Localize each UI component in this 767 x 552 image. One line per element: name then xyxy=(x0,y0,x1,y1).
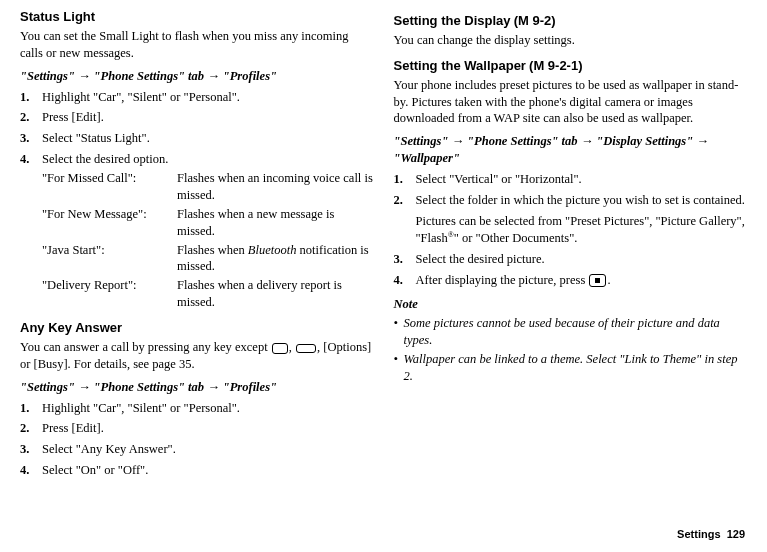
step-item: 1. Highlight "Car", "Silent" or "Persona… xyxy=(20,89,374,106)
option-row: "For Missed Call": Flashes when an incom… xyxy=(42,170,374,204)
bullet-icon: • xyxy=(394,351,404,385)
status-light-options: "For Missed Call": Flashes when an incom… xyxy=(42,170,374,311)
page-columns: Status Light You can set the Small Light… xyxy=(20,8,747,479)
step-number: 3. xyxy=(394,251,416,268)
step-text-prefix: After displaying the picture, press xyxy=(416,273,589,287)
option-desc: Flashes when an incoming voice call is m… xyxy=(177,170,374,204)
wallpaper-steps: 1. Select "Vertical" or "Horizontal". 2.… xyxy=(394,171,748,288)
step-text: Select the desired option. xyxy=(42,151,374,168)
display-heading-row: Setting the Display (M 9-2) xyxy=(394,12,748,30)
note-item: • Some pictures cannot be used because o… xyxy=(394,315,748,349)
step-text: Select the desired picture. xyxy=(416,251,748,268)
wallpaper-heading: Setting the Wallpaper xyxy=(394,58,526,73)
step-text: Select the folder in which the picture y… xyxy=(416,193,745,207)
any-key-path: "Settings" → "Phone Settings" tab → "Pro… xyxy=(20,379,374,396)
step-number: 1. xyxy=(20,89,42,106)
step-item: 1. Highlight "Car", "Silent" or "Persona… xyxy=(20,400,374,417)
any-key-heading-row: Any Key Answer xyxy=(20,319,374,337)
end-key-icon xyxy=(272,343,288,354)
step-number: 3. xyxy=(20,130,42,147)
note-heading: Note xyxy=(394,296,748,313)
option-desc-italic: Bluetooth xyxy=(248,243,297,257)
note-item: • Wallpaper can be linked to a theme. Se… xyxy=(394,351,748,385)
step-number: 3. xyxy=(20,441,42,458)
step-body: After displaying the picture, press . xyxy=(416,272,748,289)
step-item: 1. Select "Vertical" or "Horizontal". xyxy=(394,171,748,188)
status-light-intro: You can set the Small Light to flash whe… xyxy=(20,28,374,62)
any-key-intro-prefix: You can answer a call by pressing any ke… xyxy=(20,340,271,354)
any-key-intro: You can answer a call by pressing any ke… xyxy=(20,339,374,373)
bullet-icon: • xyxy=(394,315,404,349)
right-column: Setting the Display (M 9-2) You can chan… xyxy=(394,8,748,479)
note-text: Wallpaper can be linked to a theme. Sele… xyxy=(404,351,748,385)
option-label: "Java Start": xyxy=(42,242,177,276)
wallpaper-heading-row: Setting the Wallpaper (M 9-2-1) xyxy=(394,57,748,75)
option-desc-prefix: Flashes when xyxy=(177,243,248,257)
wallpaper-intro: Your phone includes preset pictures to b… xyxy=(394,77,748,128)
any-key-intro-mid: , xyxy=(289,340,295,354)
step-number: 4. xyxy=(394,272,416,289)
step-text: Highlight "Car", "Silent" or "Personal". xyxy=(42,89,374,106)
footer-page: 129 xyxy=(727,528,745,540)
option-row: "Java Start": Flashes when Bluetooth not… xyxy=(42,242,374,276)
step-item: 3. Select the desired picture. xyxy=(394,251,748,268)
status-light-steps: 1. Highlight "Car", "Silent" or "Persona… xyxy=(20,89,374,169)
step-item: 2. Press [Edit]. xyxy=(20,109,374,126)
step-item: 3. Select "Status Light". xyxy=(20,130,374,147)
option-desc: Flashes when a new message is missed. xyxy=(177,206,374,240)
clear-key-icon xyxy=(296,344,316,353)
step-text: Highlight "Car", "Silent" or "Personal". xyxy=(42,400,374,417)
center-key-icon xyxy=(589,274,606,287)
step-number: 4. xyxy=(20,462,42,479)
step-item: 4. Select the desired option. xyxy=(20,151,374,168)
step-item: 4. Select "On" or "Off". xyxy=(20,462,374,479)
step-text: Press [Edit]. xyxy=(42,109,374,126)
step-number: 1. xyxy=(394,171,416,188)
step-text: Select "Any Key Answer". xyxy=(42,441,374,458)
step-text: Select "Status Light". xyxy=(42,130,374,147)
step-number: 2. xyxy=(394,192,416,247)
status-light-heading: Status Light xyxy=(20,9,95,24)
step-item: 2. Select the folder in which the pictur… xyxy=(394,192,748,247)
note-list: • Some pictures cannot be used because o… xyxy=(394,315,748,385)
left-column: Status Light You can set the Small Light… xyxy=(20,8,374,479)
step-text: Select "On" or "Off". xyxy=(42,462,374,479)
display-intro: You can change the display settings. xyxy=(394,32,748,49)
step-body: Select the folder in which the picture y… xyxy=(416,192,748,247)
display-code: (M 9-2) xyxy=(514,13,556,28)
step-number: 2. xyxy=(20,109,42,126)
wallpaper-code: (M 9-2-1) xyxy=(529,58,582,73)
status-light-path: "Settings" → "Phone Settings" tab → "Pro… xyxy=(20,68,374,85)
step-text: Press [Edit]. xyxy=(42,420,374,437)
option-desc: Flashes when Bluetooth notification is m… xyxy=(177,242,374,276)
step-item: 2. Press [Edit]. xyxy=(20,420,374,437)
step-number: 2. xyxy=(20,420,42,437)
option-label: "For Missed Call": xyxy=(42,170,177,204)
option-label: "For New Message": xyxy=(42,206,177,240)
option-row: "Delivery Report": Flashes when a delive… xyxy=(42,277,374,311)
display-heading: Setting the Display xyxy=(394,13,511,28)
subnote-suffix: " or "Other Documents". xyxy=(454,231,578,245)
step-item: 4. After displaying the picture, press . xyxy=(394,272,748,289)
footer-label: Settings xyxy=(677,528,720,540)
any-key-steps: 1. Highlight "Car", "Silent" or "Persona… xyxy=(20,400,374,480)
step-text-suffix: . xyxy=(607,273,610,287)
step-number: 1. xyxy=(20,400,42,417)
step-text: Select "Vertical" or "Horizontal". xyxy=(416,171,748,188)
option-row: "For New Message": Flashes when a new me… xyxy=(42,206,374,240)
step-subnote: Pictures can be selected from "Preset Pi… xyxy=(416,213,748,247)
option-desc: Flashes when a delivery report is missed… xyxy=(177,277,374,311)
step-item: 3. Select "Any Key Answer". xyxy=(20,441,374,458)
wallpaper-path: "Settings" → "Phone Settings" tab → "Dis… xyxy=(394,133,748,167)
note-text: Some pictures cannot be used because of … xyxy=(404,315,748,349)
option-label: "Delivery Report": xyxy=(42,277,177,311)
any-key-heading: Any Key Answer xyxy=(20,320,122,335)
step-number: 4. xyxy=(20,151,42,168)
page-footer: Settings 129 xyxy=(677,527,745,542)
